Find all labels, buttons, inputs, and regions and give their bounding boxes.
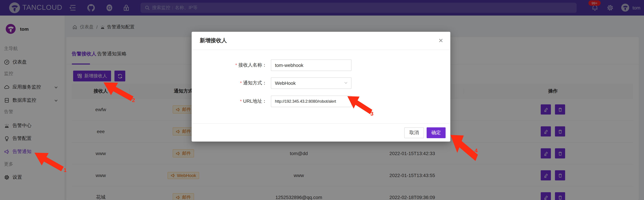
form-row-receiver-name: *接收人名称： tom-webhook: [192, 59, 450, 71]
cancel-button[interactable]: 取消: [404, 127, 424, 138]
field-label: *通知方式：: [192, 80, 267, 86]
modal-header: 新增接收人: [192, 32, 450, 50]
annotation-arrow-2: [102, 81, 134, 101]
confirm-button[interactable]: 确定: [426, 127, 446, 138]
app-root: TANCLOUD G 搜索监控：名称、IP等 99+: [0, 0, 644, 200]
close-icon[interactable]: ✕: [438, 37, 444, 44]
modal-title: 新增接收人: [200, 37, 227, 44]
annotation-number: 2: [132, 97, 135, 103]
notice-method-select[interactable]: WebHook: [271, 77, 352, 89]
modal-footer: 取消 确定: [192, 123, 450, 142]
annotation-number: 3: [370, 111, 374, 117]
receiver-name-input[interactable]: tom-webhook: [271, 59, 352, 71]
required-asterisk: *: [240, 99, 242, 104]
field-label: *接收人名称：: [192, 62, 267, 68]
required-asterisk: *: [235, 63, 237, 68]
annotation-arrow-3: [346, 95, 373, 114]
annotation-arrow-4: [449, 133, 478, 162]
form-row-notice-method: *通知方式： WebHook: [192, 77, 450, 89]
url-input[interactable]: http://192.345.43.2:8080/robot/alert: [271, 96, 352, 107]
add-receiver-modal: 新增接收人 ✕ *接收人名称： tom-webhook *通知方式： WebHo…: [192, 32, 450, 142]
annotation-number: 1: [64, 167, 67, 173]
form-row-url: *URL地址： http://192.345.43.2:8080/robot/a…: [192, 96, 450, 107]
chevron-down-icon: [344, 81, 348, 85]
annotation-number: 4: [475, 148, 478, 154]
annotation-arrow-1: [33, 151, 64, 172]
required-asterisk: *: [240, 80, 242, 86]
field-label: *URL地址：: [192, 98, 267, 104]
